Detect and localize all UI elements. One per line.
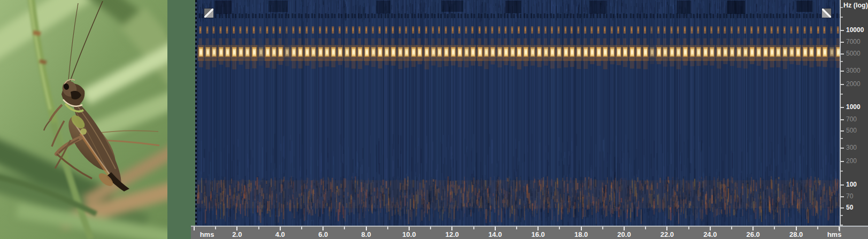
time-tick [645, 227, 646, 229]
time-tick [344, 227, 345, 229]
frequency-tick [841, 42, 844, 43]
time-axis-unit-right: hms [827, 230, 842, 238]
time-tick [666, 227, 667, 230]
time-tick-label: 8.0 [362, 230, 371, 238]
frequency-minor-tick [841, 61, 843, 62]
frequency-tick-label: 100 [846, 181, 857, 188]
time-tick-label: 2.0 [232, 230, 242, 238]
time-tick [322, 227, 324, 230]
time-tick [731, 227, 732, 229]
time-tick-label: 20.0 [617, 230, 631, 238]
time-tick-label: 24.0 [703, 230, 717, 238]
frequency-tick-label: 700 [846, 115, 857, 123]
spectrogram-panel [195, 0, 840, 226]
time-tick [451, 227, 452, 230]
resize-handle-top-left-icon[interactable] [204, 9, 213, 18]
frequency-tick-label: 50 [846, 204, 853, 211]
frequency-tick [841, 84, 844, 85]
time-tick-label: 28.0 [789, 230, 803, 238]
time-tick [258, 227, 259, 229]
frequency-tick [841, 184, 844, 186]
time-axis-unit-left: hms [200, 230, 214, 238]
time-tick [236, 227, 237, 230]
time-tick [495, 227, 496, 230]
frequency-tick-label: 3000 [846, 67, 861, 74]
time-tick [280, 227, 281, 230]
frequency-tick [841, 53, 844, 55]
time-tick-label: 14.0 [488, 230, 502, 238]
frequency-tick [841, 207, 844, 209]
time-tick [516, 227, 517, 229]
frequency-tick-label: 500 [846, 127, 857, 134]
time-tick-label: 18.0 [574, 230, 588, 238]
time-tick [752, 227, 754, 230]
time-tick [839, 227, 840, 230]
frequency-tick [841, 148, 844, 149]
frequency-minor-tick [841, 171, 843, 172]
frequency-minor-tick [841, 94, 843, 95]
time-tick [366, 227, 367, 230]
time-tick [710, 227, 711, 230]
time-tick [688, 227, 689, 229]
cricket-photo-art [0, 0, 167, 239]
resize-handle-top-right-icon[interactable] [822, 9, 831, 18]
time-tick-label: 12.0 [445, 230, 459, 238]
time-tick-label: 16.0 [532, 230, 545, 238]
plot-left-edge [195, 0, 197, 226]
time-tick [409, 227, 410, 230]
time-axis: hms hms 2.04.06.08.010.012.014.016.018.0… [191, 226, 868, 239]
frequency-tick [841, 119, 844, 120]
time-tick-label: 26.0 [747, 230, 760, 238]
time-tick [796, 227, 797, 230]
frequency-tick [841, 30, 844, 31]
frequency-tick [841, 196, 844, 197]
frequency-minor-tick [841, 138, 843, 139]
frequency-tick-label: 5000 [846, 50, 861, 57]
time-tick [473, 227, 474, 229]
time-tick [194, 227, 195, 230]
time-tick-label: 22.0 [660, 230, 674, 238]
frequency-minor-tick [841, 17, 843, 18]
time-tick [301, 227, 302, 229]
frequency-tick [841, 161, 844, 162]
frequency-tick-label: 70 [846, 192, 853, 200]
frequency-axis-title: Hz (log) [843, 2, 868, 9]
time-tick [387, 227, 388, 229]
time-tick [559, 227, 560, 229]
time-tick [581, 227, 582, 230]
frequency-tick-label: 300 [846, 144, 857, 151]
frequency-tick [841, 130, 844, 132]
spectrogram-plot [197, 0, 840, 226]
time-tick [602, 227, 603, 229]
time-tick [430, 227, 431, 229]
time-tick [624, 227, 625, 230]
frequency-tick [841, 107, 844, 108]
frequency-tick [841, 71, 844, 72]
cricket-photo [0, 0, 167, 239]
frequency-tick-label: 2000 [846, 80, 861, 88]
frequency-minor-tick [841, 215, 843, 216]
frequency-tick-label: 10000 [846, 26, 864, 34]
frequency-axis: Hz (log) 1000070005000300020001000700500… [840, 0, 868, 226]
frequency-tick-label: 1000 [846, 103, 861, 111]
time-tick [817, 227, 818, 229]
frequency-tick-label: 7000 [846, 38, 861, 45]
screenshot-root: Hz (log) 1000070005000300020001000700500… [0, 0, 868, 239]
time-tick [774, 227, 775, 229]
time-tick [537, 227, 539, 230]
time-tick-label: 4.0 [275, 230, 285, 238]
time-tick [215, 227, 216, 229]
frequency-minor-tick [841, 7, 843, 8]
frequency-tick-label: 200 [846, 157, 857, 165]
time-tick-label: 10.0 [402, 230, 416, 238]
time-tick-label: 6.0 [318, 230, 328, 238]
